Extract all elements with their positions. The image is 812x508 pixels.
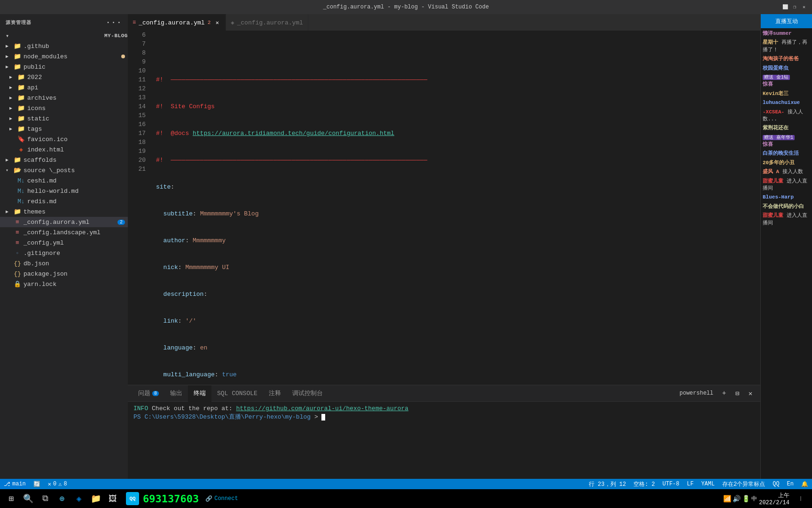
taskbar-edge[interactable]: ⊕	[55, 491, 70, 506]
qq-label: QQ	[773, 481, 779, 487]
html-icon: ◈	[17, 146, 25, 153]
tab-config-aurora-2[interactable]: ◈ _config.aurora.yml	[226, 14, 308, 31]
sidebar-item-gitignore[interactable]: ▶ ◦ .gitignore	[0, 248, 128, 258]
taskbar-qq-icon[interactable]: QQ	[126, 492, 139, 505]
sidebar-item-config-aurora[interactable]: ▶ ≡ _config.aurora.yml 2	[0, 217, 128, 227]
folder-icon: 📁	[17, 73, 25, 81]
network-icon[interactable]: 📶	[723, 495, 731, 503]
status-sync-icon[interactable]: 🔄	[30, 479, 44, 489]
tab-debug-console[interactable]: 调试控制台	[287, 385, 328, 402]
status-git-branch[interactable]: ⎇ main	[0, 479, 30, 489]
sidebar-item-source-posts[interactable]: ▾ 📂 source \_posts	[0, 165, 128, 175]
arrow-icon: ▶	[9, 74, 17, 80]
status-errors[interactable]: ✕ 0 ⚠ 8	[44, 479, 71, 489]
sidebar-item-favicon[interactable]: ▶ 🔖 favicon.ico	[0, 134, 128, 144]
add-terminal-button[interactable]: +	[719, 388, 729, 398]
tab-terminal-label: 终端	[194, 389, 206, 397]
sidebar-item-hello-world-md[interactable]: ▶ M↓ hello-world.md	[0, 186, 128, 196]
battery-icon[interactable]: 🔋	[742, 495, 750, 503]
bell-icon: 🔔	[801, 481, 808, 488]
sidebar-item-ceshi-md[interactable]: ▶ M↓ ceshi.md	[0, 175, 128, 186]
tab-sql-console[interactable]: SQL CONSOLE	[211, 385, 263, 402]
tab-terminal[interactable]: 终端	[188, 385, 211, 402]
code-content[interactable]: #! —————————————————————————————————————…	[151, 31, 760, 385]
terminal-body[interactable]: INFO Check out the repo at: https://gith…	[128, 402, 760, 479]
modified-badge: 2	[117, 220, 125, 225]
chat-msg-12: 20多年的小丑	[763, 159, 810, 167]
chat-name: 校园蛋疼虫	[763, 65, 789, 71]
folder-icon: 📁	[13, 208, 22, 215]
taskbar-clock[interactable]: 上午 2022/2/14	[759, 492, 789, 506]
code-line-12: subtitle: Mmmmmmmmy's Blog	[156, 209, 760, 218]
clock-time: 上午	[759, 492, 789, 500]
taskbar-start[interactable]: ⊞	[4, 491, 19, 506]
sidebar-item-index-html[interactable]: ▶ ◈ index.html	[0, 144, 128, 155]
chat-name: 紫荆花还在	[763, 125, 789, 131]
tab-output[interactable]: 输出	[164, 385, 188, 402]
sidebar-item-2022[interactable]: ▶ 📁 2022	[0, 72, 128, 82]
tab-label: _config.aurora.yml	[237, 19, 303, 26]
code-line-15: description:	[156, 290, 760, 299]
sidebar-item-node-modules[interactable]: ▶ 📁 node_modules	[0, 51, 128, 62]
tab-problems-label: 问题	[138, 389, 150, 397]
taskbar-qq-section: QQ 693137603	[126, 492, 199, 505]
folder-icon: 📁	[17, 84, 25, 91]
close-terminal-button[interactable]: ✕	[745, 388, 756, 398]
sidebar-item-db-json[interactable]: ▶ {} db.json	[0, 258, 128, 269]
sidebar-item-themes[interactable]: ▶ 📁 themes	[0, 206, 128, 217]
taskbar-search[interactable]: 🔍	[21, 491, 36, 506]
sidebar-item-public[interactable]: ▶ 📁 public	[0, 62, 128, 72]
sidebar-item-config-yml[interactable]: ▶ ≡ _config.yml	[0, 238, 128, 248]
status-notifications[interactable]: 🔔	[797, 479, 812, 489]
sidebar-item-label: api	[27, 84, 128, 91]
vscode-icon: ◈	[77, 493, 82, 504]
sidebar-item-api[interactable]: ▶ 📁 api	[0, 82, 128, 93]
status-line-ending[interactable]: LF	[683, 479, 697, 489]
main-content: 源资管理器 ··· ▾ MY-BLOG ▶ 📁 .github ▶ 📁 no	[0, 14, 812, 479]
show-desktop-button[interactable]: |	[793, 491, 808, 506]
sidebar-item-github[interactable]: ▶ 📁 .github	[0, 41, 128, 51]
split-terminal-button[interactable]: ⊟	[732, 388, 742, 398]
status-spaces[interactable]: 空格: 2	[630, 479, 659, 489]
status-issues[interactable]: 存在2个异常标点	[718, 479, 769, 489]
clock-date: 2022/2/14	[759, 500, 789, 506]
arrow-icon: ▶	[9, 85, 17, 90]
tab-problems[interactable]: 问题 8	[133, 385, 164, 402]
line-numbers: 6 7 8 9 10 11 12 13 14 15 16 17 18 19	[128, 31, 151, 385]
sidebar-item-yarn-lock[interactable]: ▶ 🔒 yarn.lock	[0, 279, 128, 289]
tab-comments[interactable]: 注释	[263, 385, 287, 402]
sidebar-item-label: hello-world.md	[27, 188, 128, 195]
sound-icon[interactable]: 🔊	[733, 495, 741, 503]
taskbar-photos[interactable]: 🖼	[105, 491, 120, 506]
tab-modified-indicator: 2	[208, 20, 211, 25]
status-line-col[interactable]: 行 23，列 12	[585, 479, 630, 489]
sidebar-item-label: favicon.ico	[27, 136, 128, 143]
taskbar-vscode[interactable]: ◈	[71, 491, 86, 506]
title-text: _config.aurora.yml - my-blog - Visual St…	[323, 4, 489, 10]
taskbar-taskview[interactable]: ⧉	[38, 491, 53, 506]
status-lang-en[interactable]: En	[783, 479, 797, 489]
sidebar-more-button[interactable]: ···	[106, 18, 122, 27]
sidebar-item-package-json[interactable]: ▶ {} package.json	[0, 269, 128, 279]
sidebar-item-scaffolds[interactable]: ▶ 📁 scaffolds	[0, 155, 128, 165]
arrow-icon: ▶	[6, 209, 13, 214]
sidebar-item-icons[interactable]: ▶ 📁 icons	[0, 103, 128, 113]
status-encoding[interactable]: UTF-8	[659, 479, 683, 489]
sidebar-item-config-landscape[interactable]: ▶ ≡ _config.landscape.yml	[0, 227, 128, 238]
maximize-button[interactable]: ❐	[791, 4, 798, 10]
chat-msg-9: 紫荆花还在	[763, 125, 810, 132]
connect-label[interactable]: Connect	[214, 495, 238, 502]
chat-name: -XCSEA-	[763, 109, 784, 115]
sidebar-item-static[interactable]: ▶ 📁 static	[0, 113, 128, 124]
tab-config-aurora[interactable]: ≡ _config.aurora.yml 2 ✕	[128, 14, 226, 31]
status-qq[interactable]: QQ	[769, 479, 783, 489]
sidebar-item-tags[interactable]: ▶ 📁 tags	[0, 124, 128, 134]
tab-close-button[interactable]: ✕	[213, 19, 221, 26]
sidebar-item-archives[interactable]: ▶ 📁 archives	[0, 93, 128, 103]
taskbar-explorer[interactable]: 📁	[88, 491, 103, 506]
close-button[interactable]: ✕	[801, 4, 807, 10]
ime-indicator[interactable]: 中	[751, 495, 757, 503]
status-language[interactable]: YAML	[697, 479, 718, 489]
sidebar-item-redis-md[interactable]: ▶ M↓ redis.md	[0, 196, 128, 206]
minimize-button[interactable]: ⬜	[782, 4, 789, 10]
